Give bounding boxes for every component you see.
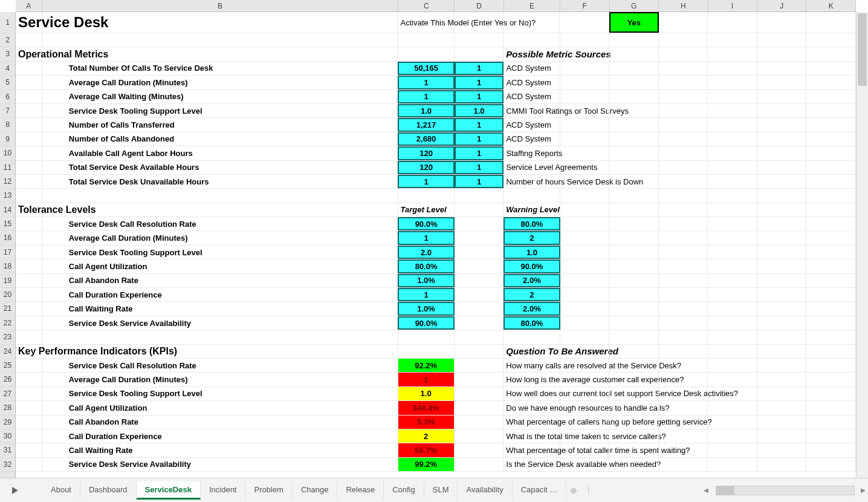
cell[interactable]: [659, 231, 708, 244]
cell[interactable]: [708, 330, 757, 344]
cell[interactable]: [609, 146, 659, 160]
cell[interactable]: [560, 458, 610, 471]
cell[interactable]: [708, 316, 757, 330]
cell[interactable]: [42, 203, 398, 217]
cell[interactable]: [806, 345, 856, 358]
row-header[interactable]: 14: [0, 203, 15, 217]
col-header[interactable]: D: [455, 0, 504, 11]
cell[interactable]: [659, 416, 708, 429]
warning-value[interactable]: 1.0: [504, 246, 560, 259]
cell[interactable]: [398, 345, 455, 358]
cell[interactable]: [659, 175, 708, 188]
cell[interactable]: [659, 330, 708, 344]
cell[interactable]: [609, 416, 659, 429]
row-header[interactable]: 18: [0, 259, 15, 273]
row-header[interactable]: 23: [0, 330, 15, 344]
cell[interactable]: [16, 118, 42, 131]
metric-value[interactable]: 1: [455, 118, 504, 131]
cell[interactable]: [455, 33, 504, 47]
cell[interactable]: [455, 387, 504, 400]
cell[interactable]: [757, 146, 807, 160]
cell[interactable]: [16, 316, 42, 330]
metric-value[interactable]: 1,217: [398, 118, 454, 131]
row-header[interactable]: 2: [0, 33, 15, 47]
kpi-value[interactable]: 1.0: [398, 387, 455, 400]
cell[interactable]: [659, 387, 708, 400]
target-value[interactable]: 90.0%: [398, 217, 454, 230]
cell[interactable]: [708, 302, 757, 315]
cell[interactable]: [659, 189, 708, 202]
cell[interactable]: [806, 288, 856, 301]
cell[interactable]: [757, 373, 807, 386]
cell[interactable]: [609, 316, 659, 330]
cell[interactable]: [708, 175, 757, 188]
kpi-value[interactable]: 92.2%: [398, 359, 455, 372]
cell[interactable]: [609, 47, 659, 60]
cell[interactable]: [609, 345, 659, 358]
cell[interactable]: [806, 416, 856, 429]
cell[interactable]: [659, 203, 708, 217]
cell[interactable]: [560, 259, 610, 273]
cell[interactable]: [708, 203, 757, 217]
cell[interactable]: [806, 132, 856, 146]
cell[interactable]: [806, 387, 856, 400]
cell[interactable]: [560, 203, 610, 217]
cell[interactable]: [708, 416, 757, 429]
cell[interactable]: [16, 387, 42, 400]
cell[interactable]: [659, 104, 708, 117]
tab-servicedesk[interactable]: ServiceDesk: [137, 481, 201, 500]
cell[interactable]: [806, 274, 856, 287]
row-header[interactable]: 10: [0, 146, 15, 160]
cell[interactable]: [757, 90, 807, 103]
cell[interactable]: [659, 443, 708, 457]
cell[interactable]: [455, 443, 504, 457]
cell[interactable]: [708, 429, 757, 443]
cell[interactable]: [708, 288, 757, 301]
cell[interactable]: [609, 217, 659, 230]
cell[interactable]: [708, 259, 757, 273]
cell[interactable]: [16, 302, 42, 315]
cell[interactable]: [609, 259, 659, 273]
tab-nav-icon[interactable]: [12, 487, 18, 494]
cell[interactable]: [708, 90, 757, 103]
row-header[interactable]: 9: [0, 132, 15, 146]
cell[interactable]: [16, 373, 42, 386]
metric-value[interactable]: 1: [455, 175, 504, 188]
cell[interactable]: [757, 33, 807, 47]
metric-value[interactable]: 1: [455, 62, 504, 75]
col-header[interactable]: E: [504, 0, 560, 11]
col-header[interactable]: G: [610, 0, 659, 11]
cell[interactable]: [16, 146, 42, 160]
cell[interactable]: [708, 373, 757, 386]
cell[interactable]: [560, 76, 610, 89]
add-sheet-icon[interactable]: ⊕: [566, 486, 581, 495]
tab-about[interactable]: About: [42, 481, 80, 500]
cell[interactable]: [708, 161, 757, 174]
cell[interactable]: [16, 259, 42, 273]
cell[interactable]: [659, 373, 708, 386]
cell[interactable]: [455, 189, 504, 202]
cell[interactable]: [806, 330, 856, 344]
cell[interactable]: [609, 189, 659, 202]
cell[interactable]: [504, 330, 560, 344]
cell[interactable]: [560, 217, 610, 230]
cell[interactable]: [455, 246, 504, 259]
cell[interactable]: [455, 203, 504, 217]
cell[interactable]: [504, 12, 560, 33]
cell[interactable]: [757, 416, 807, 429]
cell[interactable]: [16, 104, 42, 117]
cell[interactable]: [806, 146, 856, 160]
cell[interactable]: [609, 401, 659, 414]
row-header[interactable]: 25: [0, 359, 15, 373]
cell[interactable]: [757, 203, 807, 217]
cell[interactable]: [16, 33, 42, 47]
cell[interactable]: [806, 203, 856, 217]
cell[interactable]: [806, 161, 856, 174]
hscroll-left-icon[interactable]: ◄: [701, 486, 711, 495]
cell[interactable]: [806, 401, 856, 414]
col-header[interactable]: H: [659, 0, 708, 11]
cell[interactable]: [609, 274, 659, 287]
cell[interactable]: [757, 217, 807, 230]
cell[interactable]: [609, 161, 659, 174]
spreadsheet-grid[interactable]: Service DeskActivate This Model (Enter Y…: [16, 12, 856, 478]
